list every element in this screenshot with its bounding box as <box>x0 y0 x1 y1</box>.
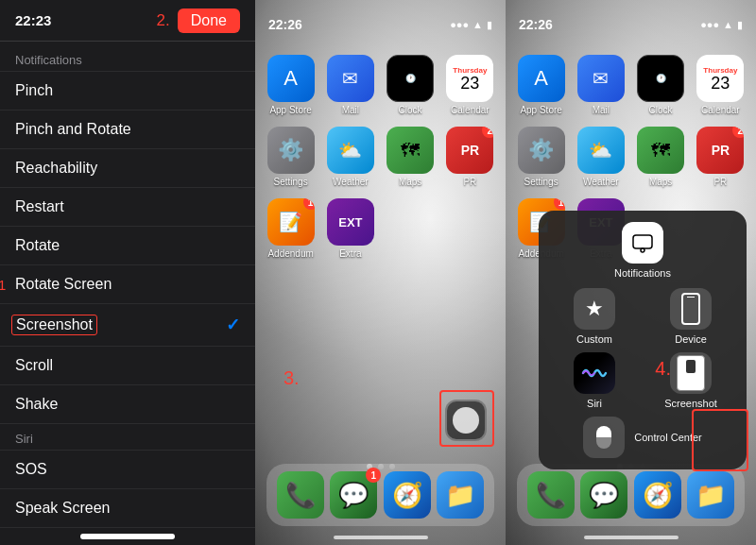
status-time: 22:23 <box>15 12 51 28</box>
dock-icon-files[interactable]: 📁 <box>687 471 734 519</box>
settings-section-notifications: Notifications <box>0 45 255 72</box>
app-grid: A App Store ✉ Mail 🕐 Clock T <box>255 47 506 266</box>
signal-icon: ●●● <box>450 19 469 30</box>
calendar-day: 23 <box>711 75 730 92</box>
settings-item-rotate-screen[interactable]: 1 Rotate Screen <box>0 265 255 304</box>
item-label: Reachability <box>15 160 97 177</box>
home-indicator <box>584 536 679 539</box>
step3-label: 3. <box>284 367 300 389</box>
item-label: Scroll <box>15 357 53 374</box>
app-label: PR <box>463 177 476 187</box>
app-icon-img: PR 2 <box>446 127 493 174</box>
app-icon-pr[interactable]: PR 2 PR <box>696 127 745 187</box>
wifi-icon: ▲ <box>472 19 483 30</box>
at-menu-item-custom[interactable]: ★ Custom <box>550 288 639 345</box>
item-label: Custom <box>576 333 612 345</box>
svg-rect-0 <box>633 235 652 248</box>
settings-item-shake[interactable]: Shake <box>0 385 255 424</box>
messages-icon: 💬 <box>589 481 619 510</box>
app-icon-appstore[interactable]: A App Store <box>266 55 315 115</box>
messages-icon: 💬 <box>338 481 369 510</box>
settings-item-reachability[interactable]: Reachability <box>0 149 255 188</box>
right-phone: 22:26 ●●● ▲ ▮ A App Store ✉ Mail <box>506 0 756 545</box>
settings-item-pinch-rotate[interactable]: Pinch and Rotate <box>0 111 255 149</box>
settings-item-scroll[interactable]: Scroll <box>0 347 255 385</box>
section-label: Notifications <box>15 53 82 67</box>
app-icon-calendar[interactable]: Thursday 23 Calendar <box>446 55 494 115</box>
home-indicator <box>334 536 428 539</box>
settings-item-rotate[interactable]: Rotate <box>0 227 255 265</box>
app-badge: 1 <box>303 198 315 210</box>
dock-icon-files[interactable]: 📁 <box>437 471 484 519</box>
app-icon-img: 🗺 <box>387 127 434 174</box>
safari-icon: 🧭 <box>392 481 422 510</box>
app-icon-maps[interactable]: 🗺 Maps <box>637 127 685 187</box>
dock-icon-safari[interactable]: 🧭 <box>384 471 431 519</box>
siri-icon <box>574 352 615 394</box>
app-icon-img: 🗺 <box>637 127 684 174</box>
at-menu-item-siri[interactable]: Siri <box>550 352 639 409</box>
status-bar: 22:26 ●●● ▲ ▮ <box>506 0 756 42</box>
star-icon: ★ <box>585 297 604 321</box>
svg-point-1 <box>641 248 644 252</box>
app-icon-img: A <box>267 55 315 102</box>
phone-icon: 📞 <box>536 481 566 510</box>
done-button[interactable]: Done <box>178 9 240 33</box>
dock-icon-messages[interactable]: 💬 1 <box>330 471 377 519</box>
app-icon-weather[interactable]: ⛅ Weather <box>326 127 374 187</box>
app-label: Clock <box>399 105 422 115</box>
screenshot-icon <box>670 352 712 394</box>
app-label: Weather <box>583 177 619 187</box>
dock-icon-phone[interactable]: 📞 <box>527 471 575 519</box>
app-label: App Store <box>520 105 561 115</box>
app-icon-appstore[interactable]: A App Store <box>517 55 565 115</box>
section-label: Siri <box>15 432 33 446</box>
app-icon-settings[interactable]: ⚙️ Settings <box>517 127 565 187</box>
app-badge: 2 <box>732 127 744 138</box>
home-indicator <box>80 534 175 539</box>
app-icon-addendum[interactable]: 📝 1 Addendum <box>266 198 315 259</box>
app-label: Calendar <box>701 105 740 115</box>
files-icon: 📁 <box>696 481 726 510</box>
middle-phone: 22:26 ●●● ▲ ▮ A App Store ✉ Mail <box>255 0 506 545</box>
battery-icon: ▮ <box>487 19 492 31</box>
dock: 📞 💬 🧭 📁 <box>517 464 745 526</box>
app-label: Maps <box>399 177 421 187</box>
item-label: Device <box>675 333 707 345</box>
dock-icon-messages[interactable]: 💬 <box>580 471 627 519</box>
app-icon-maps[interactable]: 🗺 Maps <box>387 127 435 187</box>
custom-icon: ★ <box>574 288 615 330</box>
app-icon-mail[interactable]: ✉ Mail <box>576 55 625 115</box>
app-icon-weather[interactable]: ⛅ Weather <box>576 127 625 187</box>
at-menu-notifications-label: Notifications <box>614 267 671 279</box>
app-icon-img: 🕐 <box>387 55 434 102</box>
app-icon-img: ✉ <box>577 55 625 102</box>
item-label: Siri <box>587 398 602 409</box>
app-icon-clock[interactable]: 🕐 Clock <box>387 55 435 115</box>
settings-item-speak-screen[interactable]: Speak Screen <box>0 489 255 528</box>
wifi-icon: ▲ <box>723 19 733 30</box>
app-icon-pr[interactable]: PR 2 PR <box>446 127 494 187</box>
settings-item-sos[interactable]: SOS <box>0 451 255 489</box>
app-icon-settings[interactable]: ⚙️ Settings <box>266 127 315 187</box>
settings-item-restart[interactable]: Restart <box>0 188 255 227</box>
app-label: Maps <box>649 177 672 187</box>
item-label: Rotate Screen <box>15 276 112 293</box>
dock-icon-phone[interactable]: 📞 <box>277 471 324 519</box>
step2-label: 2. <box>157 11 170 30</box>
app-icon-mail[interactable]: ✉ Mail <box>326 55 374 115</box>
settings-header: 22:23 2. Done <box>0 0 255 42</box>
item-label: Restart <box>15 198 64 215</box>
app-icon-calendar[interactable]: Thursday 23 Calendar <box>696 55 745 115</box>
app-icon-clock[interactable]: 🕐 Clock <box>637 55 685 115</box>
settings-item-screenshot[interactable]: Screenshot ✓ <box>0 304 255 347</box>
step4-label: 4. <box>655 358 671 380</box>
at-menu-item-device[interactable]: Device <box>646 288 735 345</box>
red-highlight-screenshot <box>692 409 748 471</box>
app-icon-img: 🕐 <box>637 55 684 102</box>
app-icon-extra[interactable]: EXT Extra <box>326 198 374 259</box>
settings-item-pinch[interactable]: Pinch <box>0 72 255 111</box>
phone-time: 22:26 <box>519 17 553 32</box>
app-label: PR <box>713 177 727 187</box>
dock-icon-safari[interactable]: 🧭 <box>634 471 681 519</box>
